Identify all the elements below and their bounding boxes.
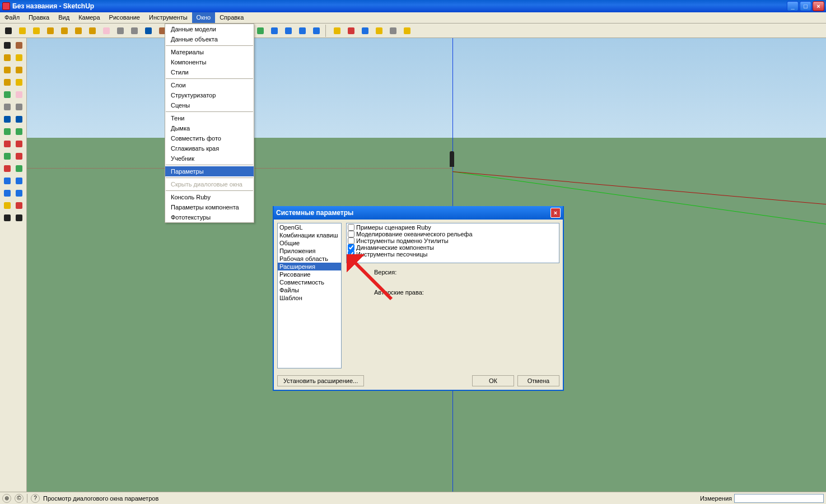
pan-side-button[interactable] <box>13 162 26 175</box>
menu-item[interactable]: Дымка <box>165 123 254 133</box>
category-item[interactable]: Расширения <box>278 263 341 270</box>
vray-tool-button[interactable] <box>401 25 413 37</box>
select-tool-button[interactable] <box>2 25 15 37</box>
extension-item[interactable]: Моделирование океанического рельефа <box>347 231 558 237</box>
tape-tool-button[interactable] <box>114 25 127 37</box>
move-side-button[interactable] <box>1 138 13 150</box>
category-list[interactable]: OpenGLКомбинации клавишОбщиеПриложенияРа… <box>277 223 342 368</box>
menu-справка[interactable]: Справка <box>215 12 248 23</box>
menu-item[interactable]: Материалы <box>165 47 254 57</box>
offset-side-button[interactable] <box>13 150 26 162</box>
category-item[interactable]: Совместимость <box>278 278 341 286</box>
arc-tool-button[interactable] <box>72 25 85 37</box>
menu-файл[interactable]: Файл <box>0 12 24 23</box>
extension-item[interactable]: Примеры сценариев Ruby <box>347 224 558 231</box>
orbit-side-button[interactable] <box>1 162 13 175</box>
rect-tool-button[interactable] <box>44 25 57 37</box>
credits-icon[interactable]: © <box>15 494 24 503</box>
menu-окно[interactable]: Окно <box>192 12 216 23</box>
install-extension-button[interactable]: Установить расширение... <box>277 375 364 386</box>
layers-tool-button[interactable] <box>373 25 385 37</box>
extension-item[interactable]: Динамические компоненты <box>347 244 558 251</box>
next-tool-button[interactable] <box>310 25 323 37</box>
pencil-tool-button[interactable] <box>16 25 29 37</box>
walk-side-button[interactable] <box>1 212 13 224</box>
select-side-button[interactable] <box>1 39 13 52</box>
maximize-button[interactable]: □ <box>800 1 811 11</box>
menu-item[interactable]: Учебник <box>165 153 254 164</box>
extensions-list[interactable]: Примеры сценариев RubyМоделирование океа… <box>346 223 559 263</box>
freehand-side-button[interactable] <box>13 76 26 88</box>
minimize-button[interactable]: _ <box>787 1 799 11</box>
scale-side-button[interactable] <box>1 150 13 162</box>
eraser-tool-button[interactable] <box>100 25 113 37</box>
polygon-tool-button[interactable] <box>86 25 99 37</box>
globe-tool-button[interactable] <box>359 25 371 37</box>
menu-инструменты[interactable]: Инструменты <box>144 12 192 23</box>
menu-item[interactable]: Структуризатор <box>165 90 254 100</box>
circle-side-button[interactable] <box>1 64 13 76</box>
eraser-side-button[interactable] <box>13 88 26 101</box>
menu-item[interactable]: Совместить фото <box>165 133 254 143</box>
zoom-tool-button[interactable] <box>268 25 281 37</box>
menu-item[interactable]: Слои <box>165 80 254 90</box>
extension-checkbox[interactable] <box>348 231 354 237</box>
menu-item[interactable]: Тени <box>165 113 254 123</box>
follow-side-button[interactable] <box>13 125 26 138</box>
3dtext-side-button[interactable] <box>13 113 26 125</box>
rect-side-button[interactable] <box>1 52 13 64</box>
text-tool-button[interactable] <box>142 25 155 37</box>
zoom-ext-tool-button[interactable] <box>282 25 295 37</box>
menu-item[interactable]: Компоненты <box>165 57 254 67</box>
category-item[interactable]: Приложения <box>278 247 341 255</box>
menu-item[interactable]: Данные модели <box>165 24 254 34</box>
category-item[interactable]: Файлы <box>278 286 341 294</box>
pan-tool-button[interactable] <box>254 25 267 37</box>
rotate-side-button[interactable] <box>13 138 26 150</box>
zoomext-side-button[interactable] <box>1 187 13 199</box>
arc-side-button[interactable] <box>13 64 26 76</box>
category-item[interactable]: Комбинации клавиш <box>278 231 341 239</box>
menu-item[interactable]: Сцены <box>165 100 254 110</box>
category-item[interactable]: Шаблон <box>278 294 341 302</box>
axes-side-button[interactable] <box>13 199 26 212</box>
category-item[interactable]: Рисование <box>278 270 341 278</box>
extension-checkbox[interactable] <box>348 251 354 258</box>
paint-side-button[interactable] <box>13 39 26 52</box>
menu-правка[interactable]: Правка <box>24 12 54 23</box>
dialog-close-button[interactable]: × <box>550 208 561 218</box>
dim-side-button[interactable] <box>13 101 26 113</box>
protractor-tool-button[interactable] <box>128 25 141 37</box>
push-side-button[interactable] <box>1 125 13 138</box>
ok-button[interactable]: ОК <box>472 375 514 386</box>
extension-checkbox[interactable] <box>348 237 354 244</box>
category-item[interactable]: Рабочая область <box>278 255 341 263</box>
mark-tool-button[interactable] <box>345 25 357 37</box>
menu-item[interactable]: Стили <box>165 67 254 77</box>
comp-side-button[interactable] <box>1 88 13 101</box>
prevview-side-button[interactable] <box>13 187 26 199</box>
polygon-side-button[interactable] <box>1 76 13 88</box>
category-item[interactable]: Общие <box>278 239 341 247</box>
circle-tool-button[interactable] <box>58 25 71 37</box>
menu-рисование[interactable]: Рисование <box>105 12 144 23</box>
zoomwin-side-button[interactable] <box>13 175 26 187</box>
extension-checkbox[interactable] <box>348 244 354 251</box>
menu-камера[interactable]: Камера <box>74 12 104 23</box>
measurements-input[interactable] <box>734 494 824 503</box>
menu-item[interactable]: Данные объекта <box>165 34 254 44</box>
section-side-button[interactable] <box>1 199 13 212</box>
extension-checkbox[interactable] <box>348 224 354 231</box>
menu-item[interactable]: Фототекстуры <box>165 212 254 222</box>
tape-side-button[interactable] <box>1 101 13 113</box>
zoom-side-button[interactable] <box>1 175 13 187</box>
extension-item[interactable]: Инструменты подменю Утилиты <box>347 237 558 244</box>
menu-вид[interactable]: Вид <box>54 12 74 23</box>
category-item[interactable]: OpenGL <box>278 223 341 231</box>
prev-tool-button[interactable] <box>296 25 309 37</box>
geo-icon[interactable]: ⊕ <box>2 494 11 503</box>
user-tool-button[interactable] <box>331 25 343 37</box>
pencil-side-button[interactable] <box>13 52 26 64</box>
menu-item[interactable]: Параметры <box>165 166 254 176</box>
help-icon[interactable]: ? <box>31 494 40 503</box>
